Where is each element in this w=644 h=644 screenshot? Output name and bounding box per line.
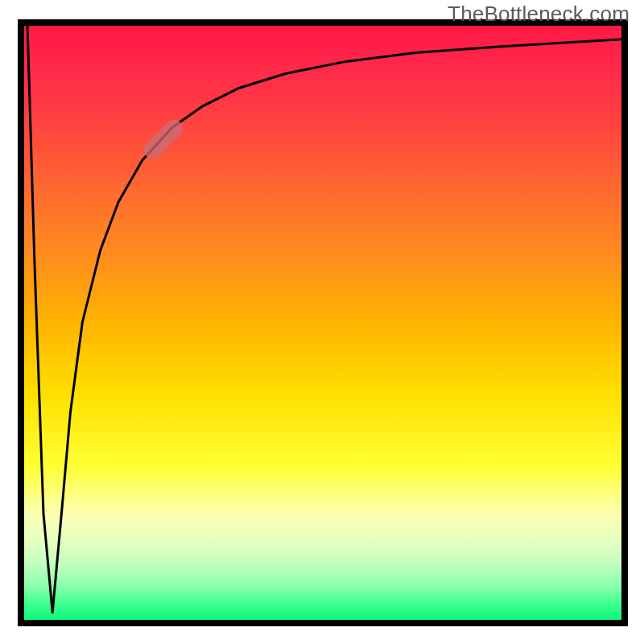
axis-right [621,19,628,626]
watermark-text: TheBottleneck.com [448,2,630,27]
axis-left [18,19,24,626]
curve-path [27,23,621,613]
bottleneck-curve [23,23,621,621]
chart-root: TheBottleneck.com [0,0,644,644]
axis-bottom [18,620,628,626]
